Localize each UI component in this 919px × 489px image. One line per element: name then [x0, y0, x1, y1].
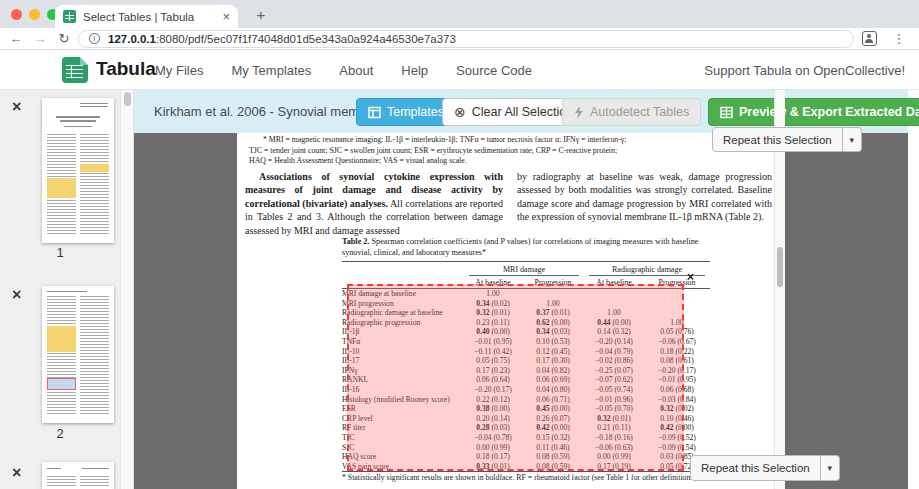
page-thumbnail[interactable]: [42, 286, 114, 423]
url-path: :8080/pdf/5ec07f1f74048d01d5e343a0a924a4…: [156, 33, 456, 45]
back-icon[interactable]: ←: [4, 31, 28, 46]
autodetect-button-label: Autodetect Tables: [590, 105, 689, 119]
repeat-selection-caret[interactable]: ▾: [821, 455, 840, 481]
browser-menu-icon[interactable]: ⋮: [887, 31, 911, 46]
browser-tab[interactable]: Select Tables | Tabula ×: [55, 5, 238, 28]
window-minimize-icon[interactable]: [29, 9, 40, 20]
autodetect-tables-button[interactable]: Autodetect Tables: [562, 98, 701, 126]
page-number: 1: [0, 245, 120, 260]
page-thumbnail-sidebar: × 1 × 2: [0, 90, 120, 489]
tab-close-icon[interactable]: ×: [222, 9, 230, 24]
page-thumbnail[interactable]: [42, 462, 114, 489]
pdf-viewer: * MRI = magnetic resonance imaging; IL-1…: [134, 133, 908, 489]
url-host: 127.0.0.1: [108, 33, 156, 45]
nav-link-my-files[interactable]: My Files: [155, 63, 203, 78]
preview-export-button[interactable]: Preview & Export Extracted Data: [708, 98, 919, 126]
templates-button[interactable]: Templates: [356, 98, 456, 126]
tabula-favicon-icon: [63, 10, 76, 23]
table-selection-box[interactable]: [347, 284, 684, 471]
table2-footnote: * Statistically significant results are …: [342, 473, 734, 482]
nav-link-source-code[interactable]: Source Code: [456, 63, 532, 78]
delete-page-icon[interactable]: ×: [12, 466, 21, 480]
delete-page-icon[interactable]: ×: [12, 288, 21, 302]
templates-button-label: Templates: [387, 105, 444, 119]
page-number: 2: [0, 426, 120, 441]
page-scrollbar-thumb[interactable]: [777, 247, 783, 287]
browser-urlbar: ← → ↻ i 127.0.0.1 :8080/pdf/5ec07f1f7404…: [0, 28, 919, 50]
selection-close-icon[interactable]: ×: [687, 271, 694, 283]
body-text: Associations of synovial cytokine expres…: [245, 170, 772, 237]
profile-avatar-icon[interactable]: [862, 31, 877, 46]
nav-link-help[interactable]: Help: [401, 63, 428, 78]
table2-caption: Table 2. Spearman correlation coefficien…: [342, 237, 717, 258]
lightning-icon: [574, 106, 584, 119]
forward-icon[interactable]: →: [28, 31, 52, 46]
repeat-selection-button[interactable]: Repeat this Selection: [690, 455, 821, 481]
table1-footnote: * MRI = magnetic resonance imaging; IL-1…: [249, 135, 769, 167]
table-icon: [720, 106, 733, 119]
clear-icon: ⊗: [454, 104, 466, 120]
reload-icon[interactable]: ↻: [52, 31, 76, 46]
repeat-selection-bottom: Repeat this Selection ▾: [690, 455, 840, 481]
page-info-icon[interactable]: i: [89, 33, 100, 44]
window-close-icon[interactable]: [11, 9, 22, 20]
paragraph-right: by radiography at baseline was weak, dam…: [517, 170, 772, 224]
brand-name[interactable]: Tabula: [96, 58, 156, 80]
content-area: × 1 × 2: [0, 90, 919, 489]
group-header-mri: MRI damage: [469, 265, 579, 276]
export-button-label: Preview & Export Extracted Data: [739, 105, 919, 119]
app-window: Select Tables | Tabula × + ← → ↻ i 127.0…: [0, 0, 919, 489]
tab-title: Select Tables | Tabula: [83, 11, 218, 23]
nav-link-about[interactable]: About: [339, 63, 373, 78]
nav-link-my-templates[interactable]: My Templates: [231, 63, 311, 78]
tabula-logo-icon[interactable]: [62, 57, 88, 83]
support-link[interactable]: Support Tabula on OpenCollective!: [704, 50, 905, 90]
pdf-page[interactable]: * MRI = magnetic resonance imaging; IL-1…: [237, 133, 779, 489]
page-thumbnail[interactable]: [42, 98, 114, 243]
table-group-header-row: MRI damage Radiographic damage: [342, 261, 710, 276]
sidebar-scrollbar[interactable]: [120, 90, 134, 489]
browser-tabstrip: Select Tables | Tabula × +: [0, 0, 919, 28]
repeat-selection-button[interactable]: Repeat this Selection: [712, 127, 843, 152]
templates-icon: [368, 106, 381, 119]
tabula-navbar: Tabula My Files My Templates About Help …: [0, 50, 919, 90]
sidebar-scrollbar-thumb[interactable]: [124, 92, 131, 106]
url-input[interactable]: i 127.0.0.1 :8080/pdf/5ec07f1f74048d01d5…: [78, 30, 854, 48]
delete-page-icon[interactable]: ×: [12, 100, 21, 114]
repeat-selection-top: Repeat this Selection ▾: [712, 127, 862, 152]
new-tab-button[interactable]: +: [250, 4, 272, 26]
main-panel: Kirkham et al. 2006 - Synovial membran..…: [134, 90, 908, 489]
repeat-selection-caret[interactable]: ▾: [843, 127, 862, 152]
